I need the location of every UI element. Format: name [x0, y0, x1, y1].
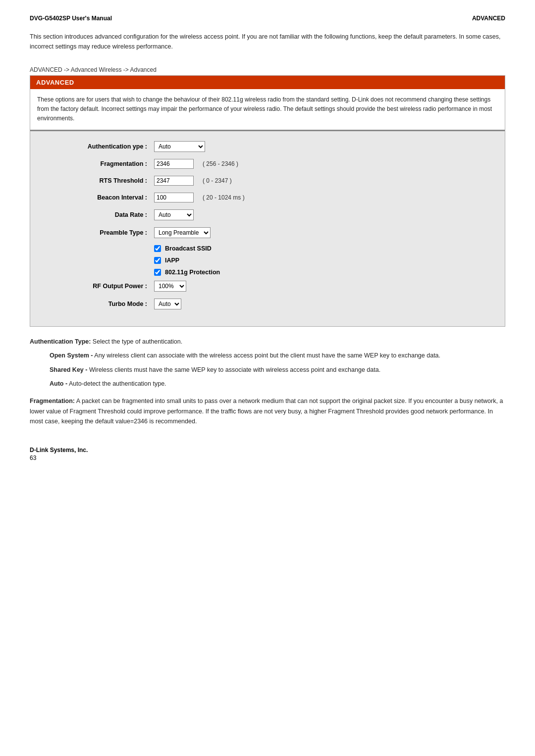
- panel-form: Authentication ype : Auto Open System Sh…: [30, 131, 505, 326]
- data-rate-control: Auto 1 Mbps 2 Mbps 5.5 Mbps 11 Mbps 54 M…: [154, 209, 194, 220]
- preamble-type-row: Preamble Type : Long Preamble Short Prea…: [35, 227, 500, 238]
- beacon-interval-row: Beacon Interval : ( 20 - 1024 ms ): [35, 193, 500, 202]
- turbo-mode-control: Auto On Off: [154, 299, 181, 309]
- iapp-row: IAPP: [35, 257, 500, 264]
- auth-type-select[interactable]: Auto Open System Shared Key: [154, 141, 205, 152]
- advanced-panel: ADVANCED These options are for users tha…: [30, 75, 505, 327]
- data-rate-select[interactable]: Auto 1 Mbps 2 Mbps 5.5 Mbps 11 Mbps 54 M…: [154, 209, 194, 220]
- fragmentation-row: Fragmentation : ( 256 - 2346 ): [35, 159, 500, 169]
- rts-threshold-row: RTS Threshold : ( 0 - 2347 ): [35, 176, 500, 186]
- rts-threshold-control: ( 0 - 2347 ): [154, 176, 232, 186]
- data-rate-row: Data Rate : Auto 1 Mbps 2 Mbps 5.5 Mbps …: [35, 209, 500, 220]
- beacon-interval-label: Beacon Interval :: [65, 194, 154, 201]
- data-rate-label: Data Rate :: [65, 211, 154, 218]
- shared-key-desc: Shared Key - Wireless clients must have …: [30, 365, 505, 375]
- intro-text: This section introduces advanced configu…: [30, 32, 505, 51]
- auth-type-label: Authentication ype :: [65, 143, 154, 150]
- beacon-interval-input[interactable]: [154, 193, 194, 202]
- turbo-mode-label: Turbo Mode :: [65, 301, 154, 307]
- preamble-type-control: Long Preamble Short Preamble: [154, 227, 211, 238]
- footer-page: 63: [30, 454, 505, 461]
- fragmentation-label: Fragmentation :: [65, 160, 154, 167]
- footer: D-Link Systems, Inc. 63: [30, 447, 505, 461]
- preamble-type-select[interactable]: Long Preamble Short Preamble: [154, 227, 211, 238]
- turbo-mode-select[interactable]: Auto On Off: [154, 299, 181, 309]
- auth-type-description: Authentication Type: Select the type of …: [30, 337, 505, 390]
- auth-type-row: Authentication ype : Auto Open System Sh…: [35, 141, 500, 152]
- open-system-desc: Open System - Any wireless client can as…: [30, 351, 505, 361]
- footer-company: D-Link Systems, Inc.: [30, 447, 505, 454]
- turbo-mode-row: Turbo Mode : Auto On Off: [35, 299, 500, 309]
- auth-type-control: Auto Open System Shared Key: [154, 141, 205, 152]
- 80211g-protection-row: 802.11g Protection: [35, 269, 500, 276]
- rf-output-power-label: RF Output Power :: [65, 283, 154, 290]
- breadcrumb: ADVANCED -> Advanced Wireless -> Advance…: [30, 66, 505, 73]
- iapp-label: IAPP: [165, 257, 179, 264]
- fragmentation-hint: ( 256 - 2346 ): [203, 160, 238, 167]
- beacon-interval-hint: ( 20 - 1024 ms ): [203, 194, 245, 201]
- 80211g-protection-label: 802.11g Protection: [165, 269, 220, 276]
- auth-type-title: Authentication Type:: [30, 338, 91, 345]
- fragmentation-input[interactable]: [154, 159, 194, 169]
- iapp-checkbox[interactable]: [154, 257, 161, 264]
- rf-output-power-row: RF Output Power : 100% 50% 25% 12.5% Min: [35, 281, 500, 292]
- fragmentation-control: ( 256 - 2346 ): [154, 159, 238, 169]
- preamble-type-label: Preamble Type :: [65, 229, 154, 236]
- 80211g-protection-checkbox[interactable]: [154, 269, 161, 276]
- panel-title: ADVANCED: [30, 76, 505, 89]
- rf-output-power-control: 100% 50% 25% 12.5% Min: [154, 281, 186, 292]
- beacon-interval-control: ( 20 - 1024 ms ): [154, 193, 245, 202]
- rf-output-power-select[interactable]: 100% 50% 25% 12.5% Min: [154, 281, 186, 292]
- header-left: DVG-G5402SP User's Manual: [30, 15, 112, 22]
- rts-threshold-label: RTS Threshold :: [65, 177, 154, 184]
- panel-description: These options are for users that wish to…: [30, 89, 505, 131]
- fragmentation-description: Fragmentation: A packet can be fragmente…: [30, 396, 505, 427]
- broadcast-ssid-checkbox[interactable]: [154, 245, 161, 252]
- fragmentation-title: Fragmentation:: [30, 398, 75, 404]
- broadcast-ssid-row: Broadcast SSID: [35, 245, 500, 252]
- broadcast-ssid-label: Broadcast SSID: [165, 245, 212, 252]
- auto-desc: Auto - Auto-detect the authentication ty…: [30, 379, 505, 389]
- page-header: DVG-G5402SP User's Manual ADVANCED: [30, 15, 505, 22]
- rts-threshold-input[interactable]: [154, 176, 194, 186]
- header-right: ADVANCED: [472, 15, 505, 22]
- rts-threshold-hint: ( 0 - 2347 ): [203, 177, 232, 184]
